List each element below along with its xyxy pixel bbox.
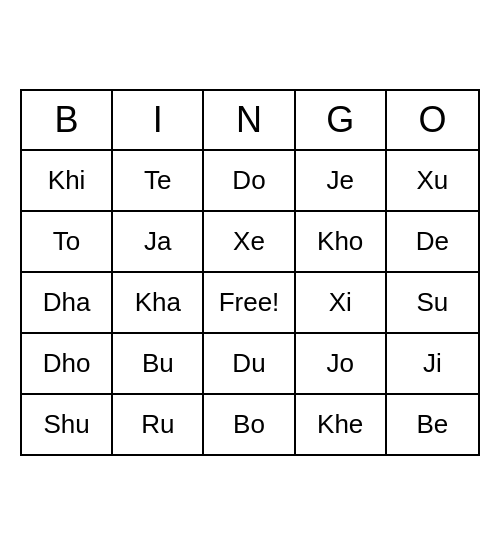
header-cell-i: I xyxy=(113,91,204,149)
bingo-body: KhiTeDoJeXuToJaXeKhoDeDhaKhaFree!XiSuDho… xyxy=(22,151,478,454)
bingo-cell-r3-c4: Ji xyxy=(387,334,478,395)
bingo-cell-r2-c0: Dha xyxy=(22,273,113,334)
header-cell-n: N xyxy=(204,91,295,149)
header-cell-b: B xyxy=(22,91,113,149)
bingo-cell-r2-c2: Free! xyxy=(204,273,295,334)
bingo-cell-r2-c3: Xi xyxy=(296,273,387,334)
bingo-cell-r4-c4: Be xyxy=(387,395,478,454)
bingo-cell-r4-c0: Shu xyxy=(22,395,113,454)
bingo-cell-r3-c1: Bu xyxy=(113,334,204,395)
header-cell-g: G xyxy=(296,91,387,149)
header-cell-o: O xyxy=(387,91,478,149)
bingo-cell-r2-c4: Su xyxy=(387,273,478,334)
bingo-cell-r1-c3: Kho xyxy=(296,212,387,273)
bingo-cell-r3-c3: Jo xyxy=(296,334,387,395)
bingo-cell-r1-c4: De xyxy=(387,212,478,273)
bingo-cell-r4-c1: Ru xyxy=(113,395,204,454)
bingo-cell-r1-c2: Xe xyxy=(204,212,295,273)
bingo-card: BINGO KhiTeDoJeXuToJaXeKhoDeDhaKhaFree!X… xyxy=(20,89,480,456)
bingo-cell-r0-c3: Je xyxy=(296,151,387,212)
bingo-cell-r0-c4: Xu xyxy=(387,151,478,212)
bingo-header: BINGO xyxy=(22,91,478,151)
bingo-cell-r3-c0: Dho xyxy=(22,334,113,395)
bingo-cell-r3-c2: Du xyxy=(204,334,295,395)
bingo-cell-r4-c2: Bo xyxy=(204,395,295,454)
bingo-cell-r1-c1: Ja xyxy=(113,212,204,273)
bingo-cell-r4-c3: Khe xyxy=(296,395,387,454)
bingo-cell-r2-c1: Kha xyxy=(113,273,204,334)
bingo-cell-r0-c1: Te xyxy=(113,151,204,212)
bingo-cell-r0-c2: Do xyxy=(204,151,295,212)
bingo-cell-r1-c0: To xyxy=(22,212,113,273)
bingo-cell-r0-c0: Khi xyxy=(22,151,113,212)
